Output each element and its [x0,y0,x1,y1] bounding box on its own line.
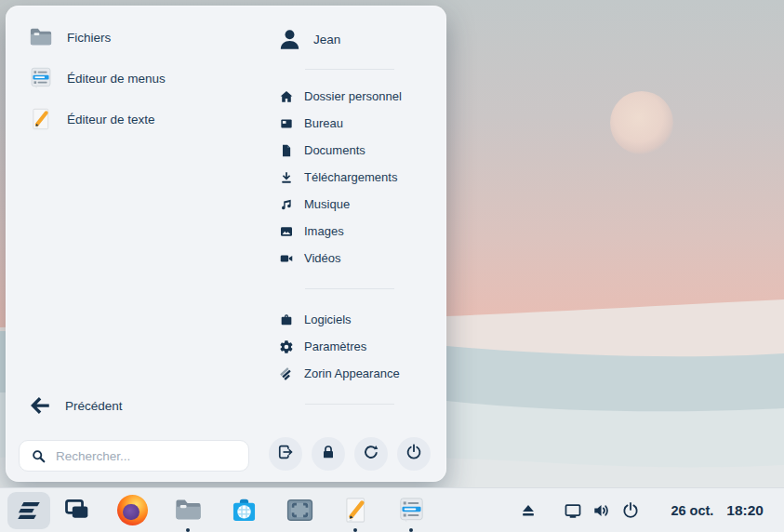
place-item-music[interactable]: Musique [273,191,439,218]
session-buttons [269,437,431,471]
app-item-label: Éditeur de texte [67,113,155,126]
taskbar-clock[interactable]: 26 oct. 18:20 [671,502,764,519]
workspaces-icon [61,495,92,525]
system-tray: 26 oct. 18:20 [518,500,764,521]
date-label: 26 oct. [671,503,713,518]
menu-editor-icon [28,65,54,91]
desktop-icon [279,116,294,131]
user-item[interactable]: Jean [273,19,439,60]
restart-icon [362,443,380,465]
system-item-settings[interactable]: Paramètres [273,333,439,360]
power-icon [405,443,423,465]
time-label: 18:20 [726,502,764,519]
moon [610,91,673,154]
place-item-pictures[interactable]: Images [273,218,439,245]
running-indicator [186,528,190,532]
place-item-videos[interactable]: Vidéos [273,245,439,272]
eject-icon[interactable] [518,500,538,521]
text-editor-icon [340,495,371,525]
zorin-logo-icon [15,497,43,525]
music-icon [279,197,294,212]
back-label: Précédent [65,399,123,413]
user-name: Jean [313,33,340,47]
user-avatar-icon [277,27,302,52]
running-indicator [409,528,413,532]
taskbar-zorin-menu-button[interactable] [7,492,50,529]
taskbar-screenshot-tool-button[interactable] [283,494,316,527]
home-icon [279,89,294,104]
app-item-text-editor[interactable]: Éditeur de texte [19,99,260,140]
files-folder-icon [173,495,204,525]
app-item-label: Éditeur de menus [67,72,166,86]
app-item-files[interactable]: Fichiers [19,17,260,58]
shutdown-button[interactable] [397,437,431,471]
app-list: Fichiers Éditeur de menus Éditeur de tex… [19,17,260,140]
menu-editor-icon [396,495,427,525]
firefox-icon [117,495,148,525]
app-item-label: Fichiers [67,31,111,45]
app-item-menu-editor[interactable]: Éditeur de menus [19,58,260,99]
place-item-downloads[interactable]: Téléchargements [273,164,439,191]
taskbar-software-store-button[interactable] [227,494,260,527]
place-item-desktop[interactable]: Bureau [273,110,439,137]
power-icon[interactable] [620,500,641,521]
taskbar-menu-editor-button[interactable] [394,494,428,527]
video-icon [279,251,294,266]
taskbar-firefox-button[interactable] [115,494,149,527]
document-icon [279,143,294,158]
lock-button[interactable] [312,437,345,471]
back-button[interactable]: Précédent [28,391,123,420]
places-panel: Jean Dossier personnel Bureau Documen [273,17,439,421]
running-indicator [353,528,357,532]
display-icon[interactable] [563,500,583,521]
divider [305,69,394,70]
taskbar: 26 oct. 18:20 [0,487,784,532]
divider [305,404,394,405]
search-box[interactable] [19,440,249,472]
software-store-icon [229,495,259,525]
back-arrow-icon [28,393,52,418]
download-icon [279,170,294,185]
software-briefcase-icon [279,313,294,327]
system-item-software[interactable]: Logiciels [273,306,439,333]
taskbar-text-editor-button[interactable] [339,494,372,527]
volume-icon[interactable] [591,500,612,521]
place-item-home[interactable]: Dossier personnel [273,83,439,110]
files-folder-icon [28,24,54,50]
logout-icon [276,443,295,465]
logout-button[interactable] [269,437,302,471]
settings-gear-icon [279,339,294,354]
search-input[interactable] [56,449,248,463]
restart-button[interactable] [354,437,388,471]
system-item-zorin-appearance[interactable]: Zorin Appearance [273,360,439,387]
lock-icon [319,443,338,465]
zorin-appearance-icon [279,366,294,381]
taskbar-files-button[interactable] [171,494,205,527]
divider [305,288,394,289]
search-icon [31,448,47,464]
zorin-app-menu: Fichiers Éditeur de menus Éditeur de tex… [6,6,446,482]
screenshot-tool-icon [285,495,315,525]
place-item-documents[interactable]: Documents [273,137,439,164]
image-icon [279,224,294,239]
taskbar-workspaces-button[interactable] [60,494,93,527]
text-editor-icon [28,106,54,132]
